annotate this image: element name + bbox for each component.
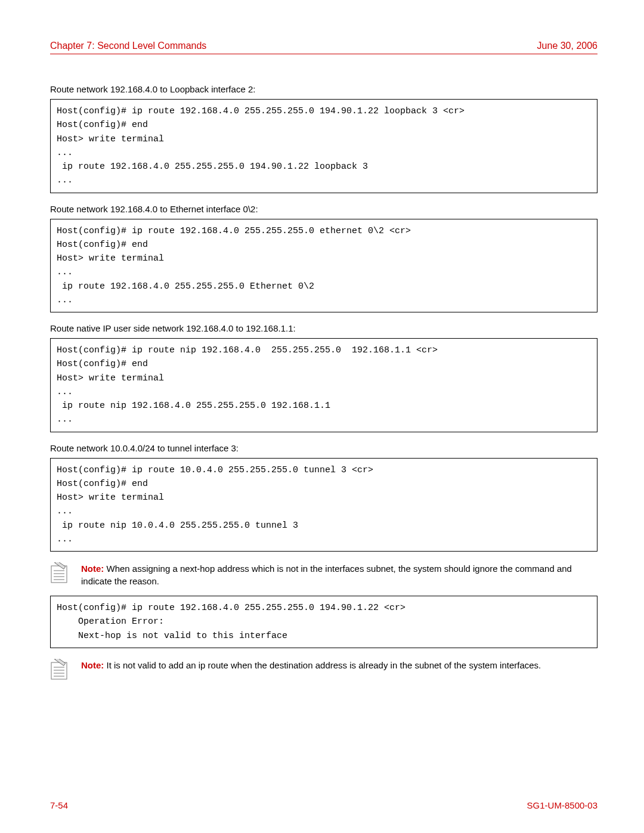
note-2-text: Note: It is not valid to add an ip route… — [81, 659, 541, 671]
note-block-1: Note: When assigning a next-hop address … — [50, 562, 597, 587]
header-date: June 30, 2006 — [537, 41, 597, 51]
caption-2: Route network 192.168.4.0 to Ethernet in… — [50, 204, 597, 214]
code-block-4: Host(config)# ip route 10.0.4.0 255.255.… — [50, 458, 597, 552]
page-header: Chapter 7: Second Level Commands June 30… — [50, 41, 597, 54]
code-block-5: Host(config)# ip route 192.168.4.0 255.2… — [50, 596, 597, 648]
caption-3: Route native IP user side network 192.16… — [50, 323, 597, 333]
note-block-2: Note: It is not valid to add an ip route… — [50, 659, 597, 680]
note-body: It is not valid to add an ip route when … — [104, 660, 541, 670]
page-number: 7-54 — [50, 800, 68, 810]
note-icon — [50, 659, 72, 680]
note-label: Note: — [81, 563, 104, 574]
document-page: Chapter 7: Second Level Commands June 30… — [0, 0, 644, 833]
chapter-title: Chapter 7: Second Level Commands — [50, 41, 206, 51]
page-footer: 7-54 SG1-UM-8500-03 — [50, 800, 597, 810]
note-body: When assigning a next-hop address which … — [81, 563, 572, 586]
caption-1: Route network 192.168.4.0 to Loopback in… — [50, 84, 597, 94]
caption-4: Route network 10.0.4.0/24 to tunnel inte… — [50, 443, 597, 453]
code-block-3: Host(config)# ip route nip 192.168.4.0 2… — [50, 338, 597, 432]
note-icon — [50, 562, 72, 584]
code-block-1: Host(config)# ip route 192.168.4.0 255.2… — [50, 99, 597, 193]
code-block-2: Host(config)# ip route 192.168.4.0 255.2… — [50, 219, 597, 313]
doc-number: SG1-UM-8500-03 — [527, 800, 597, 810]
note-label: Note: — [81, 660, 104, 670]
note-1-text: Note: When assigning a next-hop address … — [81, 562, 597, 587]
